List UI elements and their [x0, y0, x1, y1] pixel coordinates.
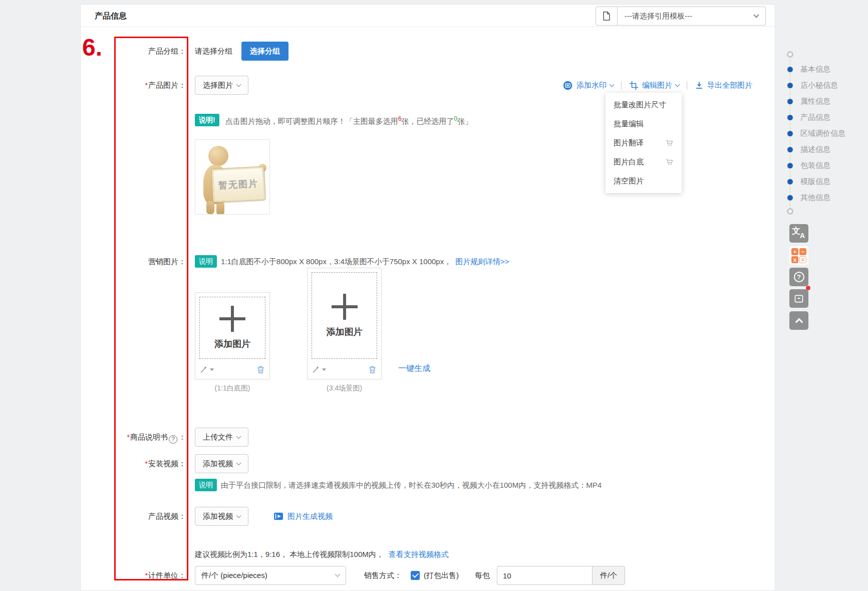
chevron-down-icon [610, 82, 615, 87]
divider [687, 81, 687, 90]
upload-box-3-4: 添加图片 [307, 268, 382, 379]
menu-item-batch-resize[interactable]: 批量改图片尺寸 [606, 95, 682, 114]
chevron-down-icon [236, 513, 241, 518]
select-image-button[interactable]: 选择图片 [195, 76, 248, 95]
archive-box-icon [794, 294, 804, 304]
chevron-down-icon [236, 460, 241, 465]
unit-select[interactable]: 件/个 (piece/pieces) [195, 566, 346, 585]
add-image-dropzone-3-4[interactable]: 添加图片 [312, 272, 377, 359]
cart-icon [665, 139, 674, 147]
template-doc-button[interactable] [596, 7, 618, 26]
nav-dot-icon [787, 179, 793, 184]
translate-icon: 文 A [789, 224, 808, 243]
chevron-up-icon [795, 318, 803, 326]
translate-button[interactable]: 文 A [789, 224, 808, 243]
nav-dot-icon [787, 67, 793, 72]
nav-dot-icon [787, 83, 793, 88]
nav-item-attribute-info[interactable]: 属性信息 [787, 97, 830, 106]
add-product-video-button[interactable]: 添加视频 [195, 507, 248, 526]
note-badge: 说明 [195, 479, 217, 491]
chevron-down-icon [675, 82, 680, 87]
help-button[interactable]: ? [789, 268, 808, 286]
page: 产品信息 ---请选择引用模板--- 6. 产品分组： 请选择分组 选择分组 [0, 0, 868, 591]
group-placeholder-text: 请选择分组 [195, 42, 232, 61]
anchor-top-ring-icon [787, 51, 793, 58]
add-install-video-button[interactable]: 添加视频 [195, 454, 248, 473]
divider [621, 81, 622, 90]
template-selector-group: ---请选择引用模板--- [596, 7, 766, 26]
export-all-images-action[interactable]: 导出全部图片 [695, 81, 752, 90]
nav-dot-icon [787, 131, 793, 136]
nav-dot-icon [787, 115, 793, 120]
back-to-top-button[interactable] [789, 311, 808, 330]
nav-dot-icon [787, 195, 793, 201]
notification-dot [806, 286, 810, 290]
edit-image-action[interactable]: 编辑图片 [629, 81, 679, 90]
one-click-generate-link[interactable]: 一键生成 [398, 363, 430, 374]
image-to-video-action[interactable]: 图片生成视频 [273, 512, 333, 521]
image-rules-link[interactable]: 图片规则详情>> [455, 255, 509, 268]
archive-button[interactable] [789, 289, 808, 308]
template-select[interactable]: ---请选择引用模板--- [618, 7, 766, 26]
caret-down-icon [210, 368, 214, 371]
nav-item-template-info[interactable]: 模版信息 [787, 177, 830, 186]
magic-wand-icon [312, 365, 321, 374]
note-badge: 说明! [195, 114, 219, 126]
calculator-button[interactable]: + − x = [789, 246, 808, 265]
product-video-label: 产品视频： [81, 507, 186, 526]
caption-3-4: (3:4场景图) [307, 384, 382, 393]
chevron-down-icon [236, 82, 241, 87]
bundle-sale-option-label: (打包出售) [424, 571, 459, 580]
image-note-text: 点击图片拖动，即可调整图片顺序！「主图最多选用6张，已经选用了0张」 [225, 113, 472, 127]
nav-item-product-info[interactable]: 产品信息 [787, 113, 830, 122]
crop-icon [629, 81, 639, 90]
help-icon[interactable]: ? [169, 435, 177, 444]
page-title: 产品信息 [95, 5, 127, 27]
nav-dot-icon [787, 163, 793, 168]
menu-item-batch-edit[interactable]: 批量编辑 [606, 114, 682, 133]
nav-dot-icon [787, 99, 793, 104]
menu-item-clear-images[interactable]: 清空图片 [606, 171, 682, 190]
chevron-down-icon [753, 12, 759, 18]
edit-image-menu: 批量改图片尺寸 批量编辑 图片翻译 图片白底 清空图片 [606, 93, 682, 193]
caret-down-icon [322, 368, 326, 371]
bundle-sale-checkbox[interactable] [411, 571, 420, 580]
nav-item-description-info[interactable]: 描述信息 [787, 145, 830, 154]
upload-box-1-1: 添加图片 [195, 292, 270, 379]
trash-icon[interactable] [256, 365, 265, 374]
per-pack-qty-input[interactable] [497, 566, 592, 585]
nav-item-other-info[interactable]: 其他信息 [787, 193, 830, 203]
calculator-icon: + − x = [791, 248, 806, 263]
image-toolbar: 添加水印 编辑图片 导出全部图片 [562, 76, 752, 95]
choose-group-button[interactable]: 选择分组 [241, 42, 288, 61]
nav-item-dianxiaomi-info[interactable]: 店小秘信息 [787, 81, 838, 90]
install-video-label: *安装视频： [81, 454, 186, 473]
video-play-icon [273, 512, 283, 521]
question-icon: ? [794, 272, 804, 282]
install-video-note-text: 由于平台接口限制，请选择速卖通视频库中的视频上传，时长在30秒内，视频大小在10… [221, 479, 602, 491]
supported-formats-link[interactable]: 查看支持视频格式 [389, 548, 449, 560]
product-info-panel: 产品信息 ---请选择引用模板--- 6. 产品分组： 请选择分组 选择分组 [80, 4, 775, 591]
upload-file-button[interactable]: 上传文件 [195, 428, 248, 447]
template-select-value: ---请选择引用模板--- [625, 12, 754, 21]
nav-item-basic-info[interactable]: 基本信息 [787, 65, 830, 74]
no-image-placeholder: 暂无图片 [195, 139, 270, 215]
menu-item-image-translate[interactable]: 图片翻译 [606, 133, 682, 152]
watermark-icon [562, 80, 573, 91]
anchor-bottom-ring-icon [787, 208, 793, 215]
add-watermark-action[interactable]: 添加水印 [562, 80, 614, 91]
annotation-red-box [114, 37, 188, 580]
beautify-wand-button[interactable] [312, 365, 326, 374]
trash-icon[interactable] [368, 365, 377, 374]
per-pack-label: 每包 [475, 571, 490, 580]
magic-wand-icon [199, 365, 208, 374]
marketing-images-label: 营销图片： [81, 255, 186, 268]
no-image-sign: 暂无图片 [211, 166, 265, 202]
caption-1-1: (1:1白底图) [195, 384, 270, 393]
figure-head [208, 146, 228, 166]
nav-item-regional-pricing-info[interactable]: 区域调价信息 [787, 129, 845, 138]
nav-item-packaging-info[interactable]: 包装信息 [787, 161, 830, 170]
beautify-wand-button[interactable] [199, 365, 214, 374]
menu-item-image-whitebg[interactable]: 图片白底 [606, 152, 682, 171]
add-image-dropzone-1-1[interactable]: 添加图片 [199, 297, 265, 359]
